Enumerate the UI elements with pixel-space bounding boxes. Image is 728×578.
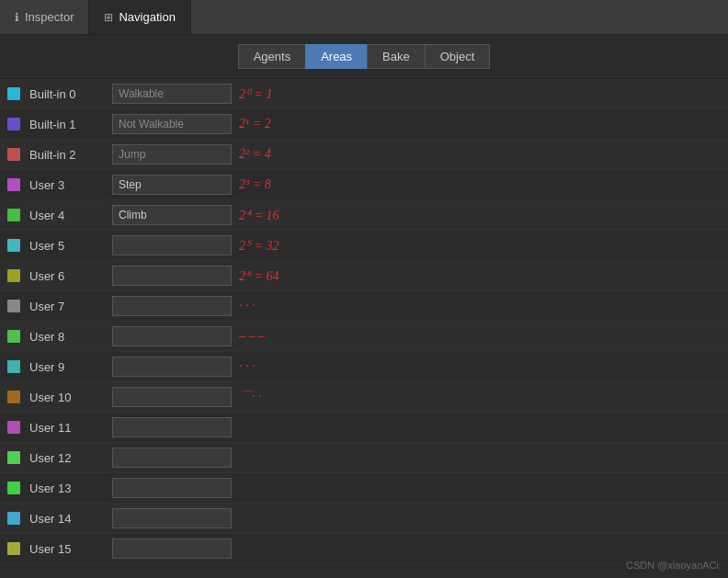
toolbar: AgentsAreasBakeObject [0,35,728,79]
area-name: User 7 [29,300,112,313]
area-annotation: 2² = 4 [239,147,271,162]
area-annotation: – – – [239,329,265,344]
area-name: User 5 [29,239,112,253]
color-swatch[interactable] [7,451,20,464]
area-row: User 10⌒· · [0,382,728,413]
area-input[interactable] [112,448,232,468]
color-swatch[interactable] [7,391,20,403]
color-swatch[interactable] [7,118,20,130]
color-swatch[interactable] [7,239,20,252]
area-annotation: 2³ = 8 [239,177,271,192]
area-annotation: 2⁴ = 16 [239,208,279,223]
tab-navigation-label: Navigation [119,10,175,24]
area-row: User 32³ = 8 [0,170,728,200]
area-name: Built-in 1 [29,118,112,131]
area-annotation: ⌒· · [239,389,262,405]
tab-inspector[interactable]: ℹ Inspector [0,0,89,34]
area-input[interactable] [112,144,232,164]
area-input[interactable] [112,266,232,286]
color-swatch[interactable] [7,300,20,312]
area-name: User 4 [29,209,112,222]
area-input[interactable] [112,114,232,134]
area-annotation: 2¹ = 2 [239,117,271,131]
area-name: User 6 [29,269,112,283]
area-name: User 13 [29,482,112,495]
color-swatch[interactable] [7,330,20,343]
area-row: User 9· · · [0,352,728,382]
area-row: Built-in 12¹ = 2 [0,109,728,140]
color-swatch[interactable] [7,542,20,555]
area-annotation: 2⁰ = 1 [239,86,272,102]
tab-inspector-label: Inspector [25,10,74,24]
tool-btn-object[interactable]: Object [425,44,491,69]
color-swatch[interactable] [7,269,20,282]
area-input[interactable] [112,205,232,225]
area-row: Built-in 22² = 4 [0,140,728,170]
color-swatch[interactable] [7,87,20,100]
area-input[interactable] [112,478,232,498]
area-name: User 11 [29,421,112,435]
area-name: User 9 [29,360,112,374]
area-name: User 3 [29,178,112,192]
area-input[interactable] [112,175,232,195]
area-input[interactable] [112,357,232,377]
tool-btn-areas[interactable]: Areas [305,44,367,69]
area-name: User 10 [29,391,112,404]
area-row: User 15 [0,534,728,564]
areas-list: Built-in 02⁰ = 1Built-in 12¹ = 2Built-in… [0,79,728,574]
color-swatch[interactable] [7,209,20,221]
navigation-icon: ⊞ [104,11,113,24]
area-row: Built-in 02⁰ = 1 [0,79,728,109]
color-swatch[interactable] [7,482,20,494]
inspector-icon: ℹ [15,11,19,24]
area-name: User 12 [29,451,112,465]
area-input[interactable] [112,235,232,255]
area-input[interactable] [112,538,232,559]
area-annotation: 2⁵ = 32 [239,238,279,254]
area-row: User 42⁴ = 16 [0,200,728,231]
area-row: User 11 [0,413,728,443]
area-input[interactable] [112,387,232,407]
area-row: User 13 [0,473,728,504]
tab-navigation[interactable]: ⊞ Navigation [89,0,190,34]
area-name: User 14 [29,512,112,526]
area-row: User 62⁶ = 64 [0,261,728,291]
area-annotation: · · · [239,359,256,374]
area-annotation: · · · [239,299,256,313]
color-swatch[interactable] [7,421,20,434]
tool-btn-bake[interactable]: Bake [367,44,425,69]
area-name: User 15 [29,542,112,556]
area-name: Built-in 0 [29,87,112,101]
area-row: User 8– – – [0,322,728,352]
area-row: User 52⁵ = 32 [0,231,728,261]
area-input[interactable] [112,326,232,346]
color-swatch[interactable] [7,360,20,373]
area-input[interactable] [112,417,232,437]
area-name: Built-in 2 [29,148,112,162]
color-swatch[interactable] [7,148,20,161]
tool-btn-agents[interactable]: Agents [238,44,305,69]
area-input[interactable] [112,84,232,104]
area-row: User 7· · · [0,291,728,322]
color-swatch[interactable] [7,178,20,191]
area-row: User 12 [0,443,728,473]
area-name: User 8 [29,330,112,344]
area-input[interactable] [112,508,232,528]
watermark: CSDN @xiaoyaoACi [626,560,719,571]
tab-bar: ℹ Inspector ⊞ Navigation [0,0,728,35]
area-annotation: 2⁶ = 64 [239,268,279,284]
area-row: User 14 [0,504,728,534]
area-input[interactable] [112,296,232,316]
color-swatch[interactable] [7,512,20,525]
